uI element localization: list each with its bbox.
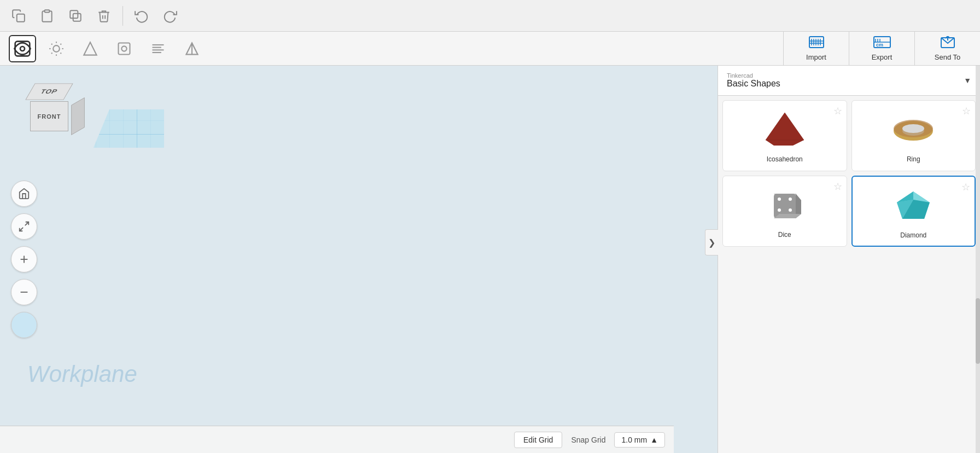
svg-point-80 bbox=[789, 208, 792, 212]
ring-favorite-icon[interactable]: ☆ bbox=[962, 105, 971, 117]
svg-line-14 bbox=[60, 43, 61, 44]
view-cube[interactable]: TOP FRONT bbox=[16, 77, 82, 142]
icosahedron-favorite-icon[interactable]: ☆ bbox=[833, 105, 842, 117]
shape-card-ring[interactable]: ☆ Ring bbox=[851, 100, 976, 171]
svg-rect-16 bbox=[119, 43, 130, 54]
svg-text:cm: cm bbox=[876, 42, 883, 48]
shape-card-diamond[interactable]: ☆ Diamond bbox=[851, 176, 976, 247]
import-icon bbox=[809, 36, 824, 51]
svg-rect-1 bbox=[45, 10, 50, 12]
shape-card-dice[interactable]: ☆ bbox=[722, 176, 847, 247]
svg-point-81 bbox=[789, 198, 792, 201]
svg-marker-67 bbox=[766, 113, 804, 146]
dice-visual bbox=[760, 183, 809, 226]
svg-line-43 bbox=[20, 228, 23, 231]
undo-button[interactable] bbox=[130, 4, 154, 28]
snap-grid-selector[interactable]: 1.0 mm ▲ bbox=[614, 432, 665, 448]
svg-point-17 bbox=[121, 46, 126, 51]
object-button[interactable] bbox=[110, 35, 138, 62]
diamond-label: Diamond bbox=[900, 231, 926, 239]
send-to-label: Send To bbox=[935, 53, 960, 61]
bottom-bar: Edit Grid Snap Grid 1.0 mm ▲ bbox=[0, 426, 674, 453]
light-button[interactable] bbox=[43, 35, 70, 62]
shapes-brand: Tinkercad bbox=[727, 72, 780, 79]
icosahedron-visual bbox=[760, 107, 809, 151]
fit-button[interactable] bbox=[11, 213, 37, 240]
svg-rect-0 bbox=[17, 14, 25, 21]
import-button[interactable]: Import bbox=[783, 32, 849, 66]
panel-scrollbar-thumb[interactable] bbox=[976, 298, 980, 364]
main-area: Import cm Export bbox=[0, 32, 980, 453]
top-toolbar bbox=[0, 0, 980, 32]
diamond-favorite-icon[interactable]: ☆ bbox=[961, 181, 970, 193]
shapes-grid: ☆ Icosahedron ☆ bbox=[718, 96, 980, 453]
send-to-icon bbox=[941, 36, 955, 51]
shape-button[interactable] bbox=[77, 35, 104, 62]
edit-grid-button[interactable]: Edit Grid bbox=[514, 432, 562, 448]
duplicate-button[interactable] bbox=[63, 4, 88, 28]
align-button[interactable] bbox=[144, 35, 172, 62]
snap-grid-label: Snap Grid bbox=[571, 435, 605, 444]
shapes-dropdown-arrow[interactable]: ▼ bbox=[964, 76, 971, 85]
export-icon: cm bbox=[873, 36, 891, 51]
redo-button[interactable] bbox=[158, 4, 182, 28]
svg-line-10 bbox=[60, 53, 61, 54]
svg-point-74 bbox=[902, 124, 924, 133]
zoom-in-button[interactable] bbox=[11, 246, 37, 272]
copy-button[interactable] bbox=[7, 4, 31, 28]
right-panel: ❯ Workplane bbox=[718, 32, 980, 453]
shape-card-icosahedron[interactable]: ☆ Icosahedron bbox=[722, 100, 847, 171]
paste-button[interactable] bbox=[35, 4, 59, 28]
workplane-watermark: Workplane bbox=[27, 361, 137, 387]
export-button[interactable]: cm Export bbox=[849, 32, 914, 66]
dice-favorite-icon[interactable]: ☆ bbox=[833, 181, 842, 193]
snap-grid-arrow-icon: ▲ bbox=[650, 435, 658, 444]
svg-rect-3 bbox=[73, 13, 81, 21]
dice-label: Dice bbox=[778, 231, 791, 239]
cube-front-face[interactable]: FRONT bbox=[30, 101, 68, 131]
svg-point-82 bbox=[778, 208, 781, 212]
send-to-button[interactable]: Send To bbox=[914, 32, 980, 66]
ring-visual bbox=[889, 107, 938, 151]
svg-point-79 bbox=[778, 198, 781, 201]
import-label: Import bbox=[806, 53, 826, 61]
panel-toggle-button[interactable]: ❯ bbox=[705, 229, 718, 255]
right-action-buttons: Import cm Export bbox=[783, 32, 980, 66]
export-label: Export bbox=[872, 53, 892, 61]
icosahedron-label: Icosahedron bbox=[767, 155, 803, 163]
ring-label: Ring bbox=[907, 155, 920, 163]
mirror-button[interactable] bbox=[178, 35, 206, 62]
svg-point-6 bbox=[53, 45, 60, 52]
home-button[interactable] bbox=[11, 181, 37, 207]
svg-line-42 bbox=[25, 222, 28, 225]
shapes-dropdown[interactable]: Tinkercad Basic Shapes ▼ bbox=[718, 66, 980, 96]
perspective-button[interactable] bbox=[11, 312, 37, 338]
view-mode-button[interactable] bbox=[9, 35, 36, 62]
canvas-area[interactable]: Workplane TOP FRONT bbox=[0, 66, 827, 453]
zoom-out-button[interactable] bbox=[11, 279, 37, 305]
svg-line-13 bbox=[51, 53, 52, 54]
svg-line-9 bbox=[51, 43, 52, 44]
cube-top-face[interactable]: TOP bbox=[25, 83, 73, 100]
svg-point-4 bbox=[20, 47, 25, 51]
delete-button[interactable] bbox=[92, 4, 116, 28]
svg-marker-15 bbox=[84, 42, 96, 55]
panel-scrollbar[interactable] bbox=[976, 66, 980, 453]
svg-rect-2 bbox=[70, 10, 78, 18]
shapes-category-name: Basic Shapes bbox=[727, 79, 780, 89]
left-controls bbox=[11, 181, 37, 338]
diamond-visual bbox=[889, 183, 938, 227]
